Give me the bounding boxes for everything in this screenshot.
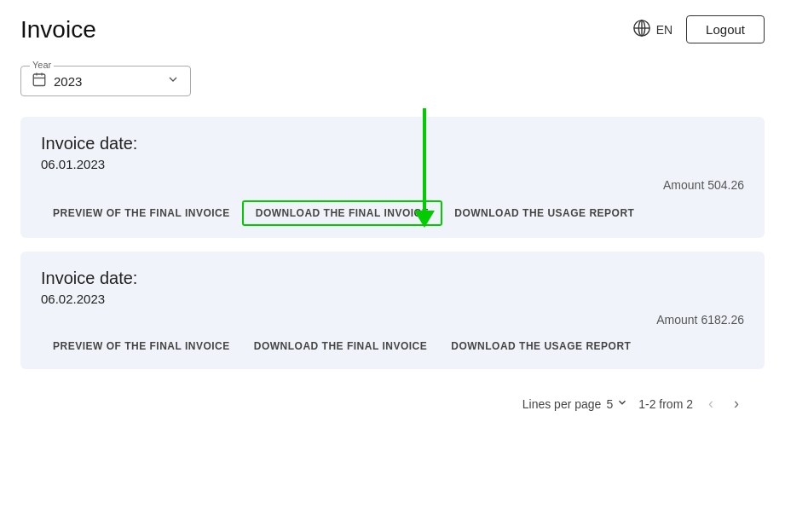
download-final-invoice-button-2[interactable]: DOWNLOAD THE FINAL INVOICE <box>242 335 439 357</box>
download-usage-report-button-1[interactable]: DOWNLOAD THE USAGE REPORT <box>442 202 646 224</box>
invoice-amount-row-1: Amount 504.26 <box>41 178 744 192</box>
year-value: 2023 <box>54 74 82 89</box>
svg-rect-4 <box>33 74 45 86</box>
main-content: Year 2023 <box>0 52 785 438</box>
download-usage-report-button-2[interactable]: DOWNLOAD THE USAGE REPORT <box>439 335 643 357</box>
green-arrow <box>414 108 435 228</box>
arrow-line <box>423 108 426 211</box>
next-page-button[interactable]: › <box>729 393 744 414</box>
preview-final-invoice-button-2[interactable]: PREVIEW OF THE FINAL INVOICE <box>41 335 242 357</box>
header: Invoice EN Logout <box>0 0 785 52</box>
invoice-card-2: Invoice date: 06.02.2023 Amount 6182.26 … <box>20 252 765 369</box>
arrow-head <box>414 211 435 228</box>
invoice-actions-1: PREVIEW OF THE FINAL INVOICE DOWNLOAD TH… <box>41 200 744 226</box>
pagination-bar: Lines per page 5 1-2 from 2 ‹ › <box>20 383 765 425</box>
page-info: 1-2 from 2 <box>638 397 693 411</box>
prev-page-button[interactable]: ‹ <box>703 393 719 414</box>
invoice-date-value-2: 06.02.2023 <box>41 292 744 306</box>
page-title: Invoice <box>20 16 96 43</box>
invoice-actions-2: PREVIEW OF THE FINAL INVOICE DOWNLOAD TH… <box>41 335 744 357</box>
year-selector[interactable]: Year 2023 <box>20 66 191 96</box>
invoice-amount-text-1: Amount 504.26 <box>663 178 744 192</box>
invoice-amount-text-2: Amount 6182.26 <box>656 313 744 327</box>
invoice-date-label-1: Invoice date: <box>41 134 744 153</box>
preview-final-invoice-button-1[interactable]: PREVIEW OF THE FINAL INVOICE <box>41 202 242 224</box>
chevron-down-icon <box>166 72 180 90</box>
language-selector[interactable]: EN <box>632 19 672 40</box>
lines-value: 5 <box>606 397 613 411</box>
lines-per-page-selector[interactable]: 5 <box>606 396 628 411</box>
header-right: EN Logout <box>632 15 765 43</box>
logout-button[interactable]: Logout <box>686 15 765 43</box>
download-final-invoice-button-1[interactable]: DOWNLOAD THE FINAL INVOICE <box>242 200 442 226</box>
invoice-card-1: Invoice date: 06.01.2023 Amount 504.26 P… <box>20 117 765 238</box>
invoice-date-value-1: 06.01.2023 <box>41 157 744 171</box>
lines-chevron-icon <box>616 396 628 411</box>
calendar-icon <box>32 72 47 90</box>
year-selector-left: 2023 <box>32 72 82 90</box>
year-label: Year <box>30 60 54 70</box>
invoice-amount-row-2: Amount 6182.26 <box>41 313 744 327</box>
lang-label: EN <box>656 23 672 37</box>
year-selector-inner[interactable]: 2023 <box>32 72 180 90</box>
globe-icon <box>632 19 651 40</box>
lines-per-page-label: Lines per page <box>522 397 602 411</box>
lines-per-page: Lines per page 5 <box>522 396 628 411</box>
invoice-date-label-2: Invoice date: <box>41 269 744 288</box>
